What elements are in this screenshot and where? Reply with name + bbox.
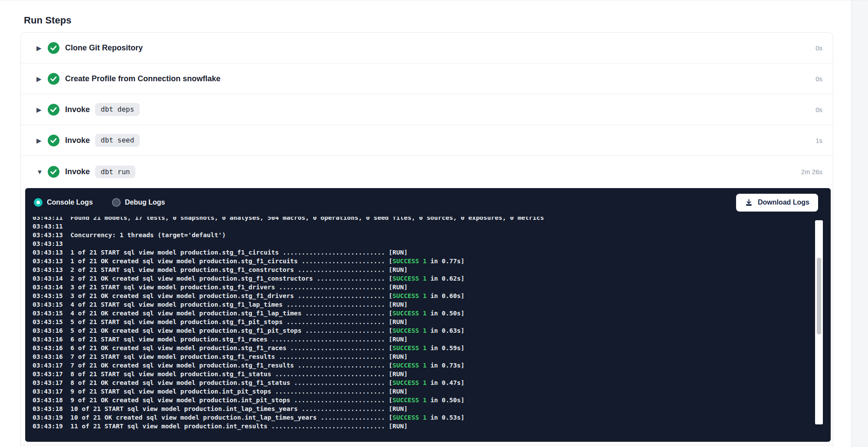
step-status	[48, 42, 65, 54]
log-line: 03:43:16 5 of 21 OK created sql view mod…	[33, 326, 831, 335]
log-line: 03:43:16 7 of 21 START sql view model pr…	[33, 352, 831, 361]
step-duration: 2m 26s	[801, 168, 822, 175]
step-duration: 1s	[815, 137, 822, 144]
step-label: Clone Git Repository	[65, 43, 143, 53]
step-label: Invoke	[65, 136, 90, 145]
page-title: Run Steps	[24, 15, 72, 26]
success-check-icon	[48, 104, 59, 116]
log-line: 03:43:15 5 of 21 START sql view model pr…	[33, 318, 831, 326]
log-type-radio[interactable]: Console Logs	[34, 198, 93, 207]
log-line: 03:43:15 4 of 21 START sql view model pr…	[33, 300, 831, 309]
log-line: 03:43:15 4 of 21 OK created sql view mod…	[33, 309, 831, 318]
log-line: 03:43:18 9 of 21 OK created sql view mod…	[33, 396, 831, 404]
success-check-icon	[48, 166, 59, 178]
log-line: 03:43:17 8 of 21 OK created sql view mod…	[33, 378, 831, 387]
log-line: 03:43:19 11 of 21 START sql view model p…	[33, 422, 831, 430]
log-line: 03:43:16 6 of 21 OK created sql view mod…	[33, 344, 831, 352]
log-line: 03:43:13	[33, 239, 831, 248]
log-line: 03:43:14 3 of 21 START sql view model pr…	[33, 283, 831, 291]
step-caret-icon[interactable]: ▶	[36, 106, 48, 113]
success-check-icon	[48, 42, 59, 54]
log-line: 03:43:19 10 of 21 OK created sql view mo…	[33, 413, 831, 422]
download-logs-button[interactable]: Download Logs	[736, 194, 818, 212]
step-duration: 0s	[815, 44, 822, 52]
log-line: 03:43:11	[33, 222, 831, 231]
step-command-chip: dbt run	[95, 166, 135, 178]
log-line: 03:43:13 Concurrency: 1 threads (target=…	[33, 231, 831, 239]
step-row[interactable]: ▶ Invoke dbt deps 0s	[21, 94, 833, 125]
step-duration: 0s	[815, 75, 822, 83]
log-line: 03:43:14 2 of 21 OK created sql view mod…	[33, 274, 831, 283]
step-status	[48, 166, 65, 178]
download-logs-label: Download Logs	[758, 199, 809, 206]
log-type-radio-group: Console Logs Debug Logs	[34, 198, 165, 207]
log-panel: Console Logs Debug Logs Download Logs	[25, 188, 831, 442]
step-caret-icon[interactable]: ▶	[36, 45, 48, 51]
step-row[interactable]: ▶ Clone Git Repository 0s	[21, 33, 833, 63]
step-label: Create Profile from Connection snowflake	[65, 74, 220, 83]
step-command-chip: dbt deps	[95, 103, 140, 116]
step-caret-icon[interactable]: ▶	[36, 76, 48, 82]
step-label: Invoke	[65, 105, 90, 114]
run-steps-card: ▶ Clone Git Repository 0s ▶ Create Profi…	[20, 32, 833, 447]
next-step-divider	[21, 445, 833, 445]
step-status	[48, 135, 65, 146]
step-status	[48, 73, 65, 85]
log-line: 03:43:17 9 of 21 START sql view model pr…	[33, 387, 831, 396]
step-row[interactable]: ▶ Create Profile from Connection snowfla…	[21, 63, 833, 94]
page-right-gutter	[851, 0, 868, 447]
radio-icon[interactable]	[34, 198, 43, 207]
log-line: 03:43:17 7 of 21 OK created sql view mod…	[33, 361, 831, 370]
run-steps-page: Run Steps ▶ Clone Git Repository 0s ▶	[0, 0, 868, 447]
step-caret-icon[interactable]: ▶	[36, 137, 48, 144]
log-panel-header: Console Logs Debug Logs Download Logs	[25, 188, 831, 217]
log-line: 03:43:17 8 of 21 START sql view model pr…	[33, 370, 831, 378]
log-scrollbar[interactable]	[815, 220, 823, 424]
log-line: 03:43:13 1 of 21 OK created sql view mod…	[33, 257, 831, 265]
step-command-chip: dbt seed	[95, 134, 140, 146]
log-line: 03:43:15 3 of 21 OK created sql view mod…	[33, 291, 831, 300]
log-type-radio[interactable]: Debug Logs	[112, 198, 165, 207]
step-row[interactable]: ▼ Invoke dbt run 2m 26s	[21, 156, 833, 188]
step-duration: 0s	[815, 106, 822, 113]
step-row[interactable]: ▶ Invoke dbt seed 1s	[21, 125, 833, 156]
log-line: 03:43:13 1 of 21 START sql view model pr…	[33, 248, 831, 257]
log-line: 03:43:11 Found 21 models, 17 tests, 0 sn…	[33, 217, 831, 222]
success-check-icon	[48, 135, 59, 146]
radio-icon[interactable]	[112, 198, 121, 207]
step-label: Invoke	[65, 167, 90, 176]
radio-label: Debug Logs	[125, 199, 165, 206]
radio-label: Console Logs	[47, 199, 93, 206]
success-check-icon	[48, 73, 59, 85]
log-line: 03:43:18 10 of 21 START sql view model p…	[33, 404, 831, 413]
step-caret-icon[interactable]: ▼	[36, 169, 48, 175]
steps-list: ▶ Clone Git Repository 0s ▶ Create Profi…	[21, 33, 833, 188]
download-icon	[745, 199, 753, 207]
step-status	[48, 104, 65, 116]
log-line: 03:43:13 2 of 21 START sql view model pr…	[33, 265, 831, 274]
console-log-viewport[interactable]: 03:43:11 Found 21 models, 17 tests, 0 sn…	[25, 217, 831, 442]
console-log-lines: 03:43:11 Found 21 models, 17 tests, 0 sn…	[33, 217, 831, 430]
log-scrollbar-thumb[interactable]	[817, 258, 821, 334]
log-line: 03:43:16 6 of 21 START sql view model pr…	[33, 335, 831, 344]
